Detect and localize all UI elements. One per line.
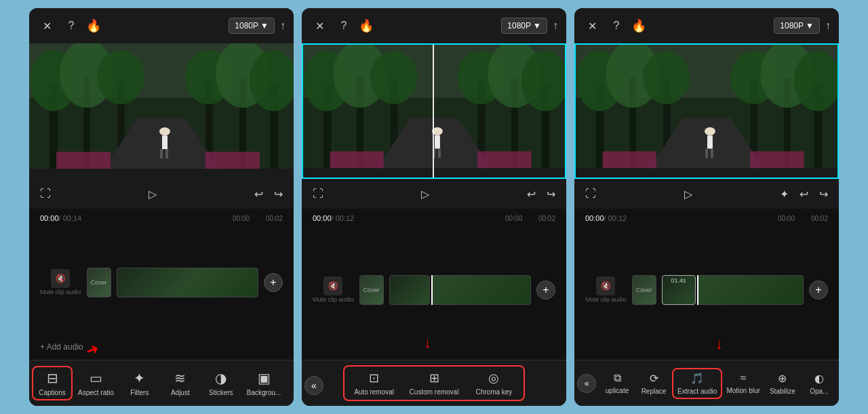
upload-button-2[interactable]: ↑ <box>553 20 558 32</box>
tool-motion-blur[interactable]: ≈ Motion blur <box>722 369 764 397</box>
tool-captions[interactable]: ⊟ Captions <box>32 366 73 400</box>
close-button-1[interactable]: ✕ <box>37 16 56 35</box>
redo-icon-1[interactable]: ↪ <box>274 188 283 201</box>
tool-replace[interactable]: ⟳ Replace <box>635 369 672 398</box>
background-icon: ▣ <box>258 370 271 386</box>
tool-opacity[interactable]: ◐ Opa... <box>801 369 837 398</box>
clip-3b <box>697 275 804 305</box>
clip-3a: 01.4s <box>662 275 696 305</box>
tool-stickers[interactable]: ◑ Stickers <box>201 367 241 399</box>
fullscreen-icon-2[interactable]: ⛶ <box>313 188 323 200</box>
tool-custom-removal[interactable]: ⊞ Custom removal <box>404 368 465 398</box>
svg-rect-63 <box>711 148 713 158</box>
upload-button-3[interactable]: ↑ <box>825 20 831 32</box>
red-arrow-3: ↓ <box>715 335 723 353</box>
close-button-3[interactable]: ✕ <box>583 16 601 35</box>
stickers-icon: ◑ <box>215 370 226 386</box>
mute-label-3: Mute clip audio <box>585 297 627 304</box>
cover-thumb-1[interactable]: Cover <box>87 268 111 297</box>
filters-label: Filters <box>130 389 149 396</box>
controls-bar-3: ⛶ ▷ ✦ ↩ ↪ <box>574 179 839 209</box>
redo-icon-2[interactable]: ↪ <box>547 188 555 201</box>
cover-thumb-2[interactable]: Cover <box>359 275 384 305</box>
video-preview-3 <box>574 43 839 179</box>
play-icon-3[interactable]: ▷ <box>684 188 692 201</box>
svg-rect-66 <box>576 168 837 178</box>
timeline-cursor-2 <box>431 275 433 305</box>
tool-aspect-ratio[interactable]: ▭ Aspect ratio <box>73 367 119 399</box>
back-arrow-2[interactable]: « <box>304 376 323 395</box>
mute-icon-1[interactable]: 🔇 <box>51 269 70 288</box>
clips-3: 01.4s <box>662 275 804 305</box>
redo-icon-3[interactable]: ↪ <box>819 188 828 201</box>
tool-extract-audio[interactable]: 🎵 Extract audio <box>672 368 722 399</box>
resolution-button-3[interactable]: 1080P ▼ <box>774 18 820 34</box>
resolution-button-1[interactable]: 1080P ▼ <box>229 18 275 34</box>
svg-point-55 <box>643 51 690 104</box>
tool-stabilize[interactable]: ⊕ Stabilize <box>764 369 801 398</box>
fullscreen-icon-1[interactable]: ⛶ <box>40 188 51 200</box>
video-preview-2 <box>302 43 566 179</box>
add-clip-btn-2[interactable]: + <box>536 281 555 299</box>
auto-removal-icon: ⊡ <box>369 371 379 386</box>
ts-mid-1: 00:00 <box>233 215 250 222</box>
upload-button-1[interactable]: ↑ <box>280 20 285 32</box>
top-bar-2: ✕ ? 🔥 1080P ▼ ↑ <box>302 8 566 43</box>
back-arrow-3[interactable]: « <box>574 371 599 396</box>
flame-icon-2: 🔥 <box>359 18 374 33</box>
help-button-3[interactable]: ? <box>607 16 626 35</box>
resolution-button-2[interactable]: 1080P ▼ <box>501 18 547 34</box>
mute-icon-2[interactable]: 🔇 <box>323 276 342 295</box>
mute-icon-3[interactable]: 🔇 <box>596 276 615 295</box>
tool-chroma-key[interactable]: ◎ Chroma key <box>467 368 521 398</box>
svg-point-15 <box>159 127 170 136</box>
chroma-key-icon: ◎ <box>488 371 499 386</box>
close-button-2[interactable]: ✕ <box>310 16 329 35</box>
undo-icon-2[interactable]: ↩ <box>527 188 536 201</box>
custom-removal-icon: ⊞ <box>429 371 439 386</box>
aspect-ratio-icon: ▭ <box>90 370 102 386</box>
cover-label-1: Cover <box>91 279 107 286</box>
tool-auto-removal[interactable]: ⊡ Auto removal <box>347 368 401 398</box>
track-2: 🔇 Mute clip audio Cover + <box>302 225 566 354</box>
bottom-toolbar-3: « ⧉ uplicate ⟳ Replace 🎵 Extract audio ≈… <box>574 360 839 406</box>
tool-duplicate[interactable]: ⧉ uplicate <box>599 369 635 397</box>
ts-current-1: 00:00 <box>40 214 59 222</box>
highlighted-tools-group-2: ⊡ Auto removal ⊞ Custom removal ◎ Chroma… <box>343 365 526 401</box>
clip-1 <box>117 268 258 297</box>
play-icon-2[interactable]: ▷ <box>421 188 429 201</box>
undo-icon-3[interactable]: ↩ <box>800 188 808 201</box>
opacity-icon: ◐ <box>814 372 824 385</box>
video-scene-2 <box>303 45 565 178</box>
add-audio-row-1[interactable]: + Add audio <box>29 339 294 354</box>
clips-1 <box>117 268 258 297</box>
track-controls-3: 🔇 Mute clip audio <box>585 276 627 304</box>
tool-filters[interactable]: ✦ Filters <box>119 367 160 399</box>
ts-end-2: 00:02 <box>538 215 555 222</box>
replace-icon: ⟳ <box>650 372 658 385</box>
help-button-1[interactable]: ? <box>62 16 81 35</box>
cover-label-2: Cover <box>363 287 380 293</box>
tool-adjust[interactable]: ≋ Adjust <box>160 367 201 399</box>
magic-icon-3[interactable]: ✦ <box>780 188 789 201</box>
tool-background[interactable]: ▣ Backgrou... <box>241 367 287 399</box>
undo-icon-1[interactable]: ↩ <box>254 188 263 201</box>
svg-rect-16 <box>162 136 167 149</box>
bottom-toolbar-2: « ⊡ Auto removal ⊞ Custom removal ◎ Chro… <box>302 360 566 406</box>
adjust-label: Adjust <box>171 389 190 396</box>
captions-icon: ⊟ <box>47 370 58 386</box>
help-button-2[interactable]: ? <box>334 16 353 35</box>
red-arrow-2: ↓ <box>424 334 431 352</box>
controls-bar-1: ⛶ ▷ ↩ ↪ <box>29 179 294 209</box>
add-audio-label-1: + Add audio <box>40 342 83 352</box>
ts-mid-2: 00:00 <box>505 215 522 222</box>
opacity-label: Opa... <box>810 388 828 395</box>
add-clip-btn-3[interactable]: + <box>809 281 828 299</box>
fullscreen-icon-3[interactable]: ⛶ <box>585 188 596 200</box>
clip-2a <box>389 275 430 305</box>
controls-bar-2: ⛶ ▷ ↩ ↪ <box>302 179 566 209</box>
play-icon-1[interactable]: ▷ <box>149 188 157 201</box>
add-clip-btn-1[interactable]: + <box>264 273 283 292</box>
cover-thumb-3[interactable]: Cover <box>632 275 656 305</box>
ts-end-3: 00:02 <box>811 215 828 222</box>
